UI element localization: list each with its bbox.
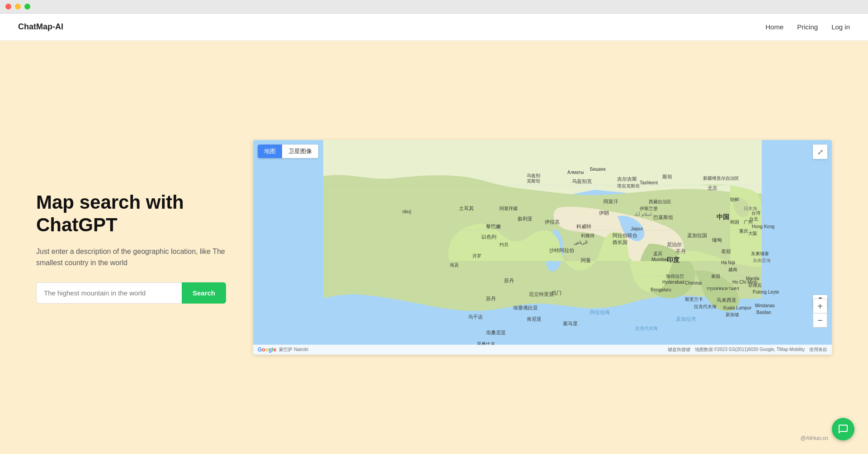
- svg-text:斯里兰卡: 斯里兰卡: [685, 297, 703, 302]
- svg-text:厄立特里亚: 厄立特里亚: [529, 291, 554, 297]
- svg-text:开罗: 开罗: [472, 253, 481, 258]
- svg-text:印度: 印度: [667, 256, 680, 263]
- watermark: @AIHuo.cn: [800, 435, 828, 441]
- svg-text:Алматы: Алматы: [567, 170, 584, 175]
- svg-text:酋长国: 酋长国: [613, 239, 627, 245]
- svg-text:塔吉克斯坦: 塔吉克斯坦: [617, 183, 640, 188]
- map-tab-map[interactable]: 地图: [258, 145, 282, 158]
- svg-text:Mindanao: Mindanao: [755, 303, 775, 308]
- svg-text:孟买: 孟买: [653, 251, 662, 256]
- svg-text:Hyderabad: Hyderabad: [662, 280, 684, 285]
- svg-text:东柬埔寨: 东柬埔寨: [751, 251, 769, 256]
- chat-icon: [838, 424, 849, 435]
- svg-text:土耳其: 土耳其: [459, 206, 474, 211]
- svg-text:孟加拉国: 孟加拉国: [687, 233, 707, 238]
- svg-text:伊斯兰堡: 伊斯兰堡: [640, 206, 658, 211]
- svg-text:大阪: 大阪: [748, 231, 757, 236]
- nav-logo: ChatMap-AI: [18, 22, 63, 32]
- svg-text:Бишкек: Бишкек: [590, 167, 606, 172]
- search-bar: Search: [36, 282, 226, 304]
- nav-links: Home Pricing Log in: [765, 23, 850, 31]
- svg-text:苏丹: 苏丹: [504, 278, 514, 283]
- svg-text:台湾: 台湾: [751, 211, 760, 215]
- svg-text:利雅得: 利雅得: [581, 233, 594, 238]
- svg-text:الرياض: الرياض: [574, 240, 588, 245]
- svg-text:伊拉克: 伊拉克: [545, 219, 560, 225]
- svg-text:北京: 北京: [708, 185, 717, 191]
- svg-text:索马里: 索马里: [563, 321, 578, 326]
- svg-text:埃及: 埃及: [449, 262, 459, 267]
- svg-text:泰国: 泰国: [711, 274, 720, 279]
- svg-text:菲律宾: 菲律宾: [748, 283, 762, 288]
- map-zoom-controls: + −: [813, 299, 827, 328]
- map-container: 地图 卫星图像 ⤢ 🧍 + −: [253, 140, 832, 355]
- main-content: Map search with ChatGPT Just enter a des…: [0, 41, 868, 454]
- svg-text:以色列: 以色列: [481, 234, 496, 239]
- hero-title: Map search with ChatGPT: [36, 191, 226, 237]
- svg-text:埃塞俄比亚: 埃塞俄比亚: [513, 305, 538, 310]
- svg-text:越南: 越南: [728, 267, 737, 272]
- svg-text:韩国: 韩国: [730, 220, 739, 225]
- svg-text:Chennai: Chennai: [685, 281, 702, 286]
- svg-text:Kuala Lumpur: Kuala Lumpur: [723, 305, 752, 310]
- map-zoom-in[interactable]: +: [813, 299, 827, 313]
- svg-text:阿富汗: 阿富汗: [604, 199, 618, 204]
- svg-text:Pulong Leyte: Pulong Leyte: [753, 290, 779, 295]
- svg-text:中国: 中国: [717, 213, 729, 220]
- map-tabs: 地图 卫星图像: [258, 145, 318, 158]
- svg-text:Bengaluru: Bengaluru: [651, 287, 671, 292]
- map-keyboard-hint[interactable]: 键盘快捷键: [668, 346, 690, 353]
- svg-text:Manila: Manila: [746, 276, 760, 281]
- svg-text:缅甸: 缅甸: [712, 237, 722, 243]
- svg-text:阿塞拜疆: 阿塞拜疆: [500, 206, 518, 211]
- nav-pricing[interactable]: Pricing: [797, 23, 818, 31]
- svg-text:Jaipur: Jaipur: [631, 226, 643, 231]
- svg-text:克斯坦: 克斯坦: [527, 178, 540, 183]
- svg-text:西藏自治区: 西藏自治区: [649, 199, 671, 204]
- svg-text:约旦: 约旦: [500, 242, 509, 247]
- nav-login[interactable]: Log in: [831, 23, 850, 31]
- search-input[interactable]: [36, 282, 182, 304]
- maximize-button[interactable]: [24, 4, 30, 9]
- svg-text:朝鲜: 朝鲜: [730, 197, 739, 202]
- svg-text:坦桑尼亚: 坦桑尼亚: [486, 330, 506, 335]
- svg-text:拉克代夫海: 拉克代夫海: [635, 326, 658, 331]
- svg-text:Mumbai: Mumbai: [651, 257, 668, 262]
- svg-text:马来西亚: 马来西亚: [717, 297, 736, 303]
- svg-text:阿拉伯海: 阿拉伯海: [590, 309, 610, 315]
- svg-text:巴基斯坦: 巴基斯坦: [653, 215, 673, 220]
- svg-text:اسلام آباد: اسلام آباد: [634, 211, 652, 217]
- google-logo: Google: [258, 346, 276, 353]
- svg-text:尼泊尔: 尼泊尔: [667, 242, 682, 247]
- search-button[interactable]: Search: [182, 282, 226, 304]
- close-button[interactable]: [5, 4, 11, 9]
- chat-button[interactable]: [832, 418, 854, 440]
- svg-text:Basilan: Basilan: [756, 310, 771, 315]
- svg-text:斯坦: 斯坦: [662, 174, 672, 179]
- map-data-credit: 地图数据 ©2023 GS(2011)6020 Google, TMap Mob…: [695, 346, 805, 353]
- svg-text:吉尔吉斯: 吉尔吉斯: [617, 176, 637, 182]
- svg-text:Hà Nội: Hà Nội: [721, 260, 735, 265]
- svg-text:重庆: 重庆: [739, 229, 748, 234]
- svg-text:nbu|: nbu|: [402, 209, 411, 214]
- navbar: ChatMap-AI Home Pricing Log in: [0, 14, 868, 41]
- svg-text:叙利亚: 叙利亚: [518, 216, 533, 221]
- svg-text:不丹: 不丹: [676, 248, 686, 254]
- svg-text:乌兹别克: 乌兹别克: [572, 178, 592, 184]
- svg-text:苏丹: 苏丹: [486, 296, 496, 301]
- map-tab-satellite[interactable]: 卫星图像: [282, 145, 318, 158]
- map-section: 地图 卫星图像 ⤢ 🧍 + −: [253, 140, 832, 355]
- svg-text:黎巴嫩: 黎巴嫩: [486, 224, 501, 229]
- minimize-button[interactable]: [15, 4, 21, 9]
- svg-text:阿曼: 阿曼: [581, 257, 591, 263]
- map-fullscreen-button[interactable]: ⤢: [813, 145, 827, 159]
- map-footer: Google 蒙巴萨 Nairobi 键盘快捷键 地图数据 ©2023 GS(2…: [253, 345, 832, 355]
- map-svg: 乌兹别克 吉尔吉斯 斯坦 新疆维吾尔自治区 塔吉克斯坦 Алматы Бишке…: [253, 140, 832, 355]
- nav-home[interactable]: Home: [765, 23, 783, 31]
- map-terms[interactable]: 使用条款: [809, 346, 827, 353]
- map-zoom-out[interactable]: −: [813, 313, 827, 328]
- svg-text:科威特: 科威特: [576, 224, 591, 229]
- map-location-label: 蒙巴萨 Nairobi: [279, 346, 308, 353]
- svg-text:新疆维吾尔自治区: 新疆维吾尔自治区: [703, 176, 739, 181]
- hero-subtitle: Just enter a description of the geograph…: [36, 246, 226, 269]
